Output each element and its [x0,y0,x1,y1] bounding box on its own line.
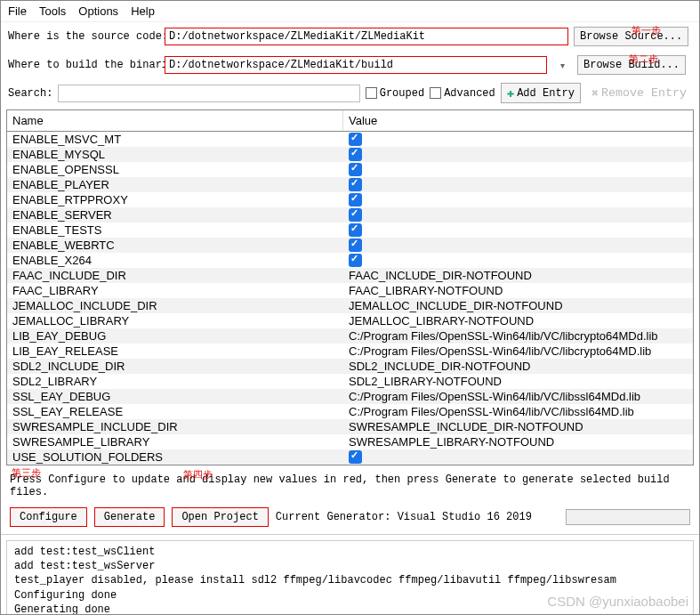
cell-name: ENABLE_PLAYER [7,177,343,192]
grouped-checkbox[interactable]: Grouped [366,87,424,100]
cell-value[interactable]: JEMALLOC_INCLUDE_DIR-NOTFOUND [343,298,693,313]
cell-value[interactable]: C:/Program Files/OpenSSL-Win64/lib/VC/li… [343,404,693,419]
cell-name: LIB_EAY_RELEASE [7,344,343,359]
grid-header: Name Value [7,110,693,132]
source-input[interactable] [165,28,568,45]
check-icon[interactable] [349,163,362,176]
chevron-down-icon[interactable]: ▾ [552,61,572,70]
table-row[interactable]: ENABLE_SERVER [7,207,693,223]
check-icon[interactable] [349,208,362,222]
source-row: Where is the source code: 第一步 Browse Sou… [1,22,699,51]
search-label: Search: [8,87,52,100]
configure-button[interactable]: Configure [10,507,87,527]
search-input[interactable] [58,85,359,102]
cell-value[interactable]: JEMALLOC_LIBRARY-NOTFOUND [343,313,693,328]
cell-value[interactable] [343,162,693,177]
cell-name: ENABLE_SERVER [7,207,343,223]
log-output[interactable]: add test:test_wsClient add test:test_wsS… [6,540,694,615]
cell-name: FAAC_LIBRARY [7,283,343,298]
table-row[interactable]: ENABLE_TESTS [7,223,693,238]
cell-name: JEMALLOC_INCLUDE_DIR [7,298,343,313]
table-row[interactable]: ENABLE_RTPPROXY [7,192,693,207]
check-icon[interactable] [349,178,362,191]
generate-button[interactable]: Generate [94,507,165,527]
check-icon[interactable] [349,450,362,464]
build-input[interactable] [165,56,547,74]
check-icon[interactable] [349,193,362,206]
table-row[interactable]: SSL_EAY_DEBUGC:/Program Files/OpenSSL-Wi… [7,389,693,404]
build-label: Where to build the binaries: [8,59,159,71]
cell-value[interactable]: C:/Program Files/OpenSSL-Win64/lib/VC/li… [343,328,693,344]
column-name[interactable]: Name [7,110,343,131]
table-row[interactable]: JEMALLOC_LIBRARYJEMALLOC_LIBRARY-NOTFOUN… [7,313,693,328]
table-row[interactable]: JEMALLOC_INCLUDE_DIRJEMALLOC_INCLUDE_DIR… [7,298,693,313]
cell-name: ENABLE_WEBRTC [7,238,343,253]
cell-value[interactable]: SWRESAMPLE_INCLUDE_DIR-NOTFOUND [343,419,693,434]
table-row[interactable]: SSL_EAY_RELEASEC:/Program Files/OpenSSL-… [7,404,693,419]
cell-value[interactable]: C:/Program Files/OpenSSL-Win64/lib/VC/li… [343,389,693,404]
cell-name: ENABLE_MSVC_MT [7,132,343,147]
cell-value[interactable] [343,177,693,192]
cell-value[interactable]: FAAC_INCLUDE_DIR-NOTFOUND [343,268,693,283]
grid-body: ENABLE_MSVC_MTENABLE_MYSQLENABLE_OPENSSL… [7,132,693,465]
cell-name: FAAC_INCLUDE_DIR [7,268,343,283]
cell-value[interactable] [343,449,693,465]
cell-name: SDL2_LIBRARY [7,374,343,389]
cell-value[interactable] [343,132,693,147]
menu-help[interactable]: Help [131,4,155,18]
cell-name: ENABLE_MYSQL [7,147,343,162]
cell-value[interactable] [343,147,693,162]
check-icon[interactable] [349,239,362,252]
cell-value[interactable] [343,238,693,253]
cell-name: LIB_EAY_DEBUG [7,328,343,344]
table-row[interactable]: ENABLE_MSVC_MT [7,132,693,147]
browse-build-button[interactable]: 第二步 Browse Build... [577,55,686,75]
check-icon[interactable] [349,223,362,237]
annotation-step3: 第三步 [12,466,41,480]
table-row[interactable]: ENABLE_OPENSSL [7,162,693,177]
cell-value[interactable] [343,223,693,238]
cell-value[interactable]: SDL2_INCLUDE_DIR-NOTFOUND [343,359,693,374]
check-icon[interactable] [349,148,362,161]
table-row[interactable]: LIB_EAY_RELEASEC:/Program Files/OpenSSL-… [7,344,693,359]
advanced-checkbox[interactable]: Advanced [430,87,495,100]
check-icon[interactable] [349,133,362,146]
table-row[interactable]: SDL2_LIBRARYSDL2_LIBRARY-NOTFOUND [7,374,693,389]
cell-name: JEMALLOC_LIBRARY [7,313,343,328]
cell-value[interactable] [343,253,693,268]
table-row[interactable]: SWRESAMPLE_LIBRARYSWRESAMPLE_LIBRARY-NOT… [7,434,693,449]
check-icon[interactable] [349,254,362,267]
table-row[interactable]: ENABLE_WEBRTC [7,238,693,253]
cell-value[interactable]: SDL2_LIBRARY-NOTFOUND [343,374,693,389]
table-row[interactable]: USE_SOLUTION_FOLDERS [7,449,693,465]
table-row[interactable]: ENABLE_MYSQL [7,147,693,162]
source-label: Where is the source code: [8,30,159,43]
table-row[interactable]: SDL2_INCLUDE_DIRSDL2_INCLUDE_DIR-NOTFOUN… [7,359,693,374]
menu-file[interactable]: File [8,4,27,18]
table-row[interactable]: ENABLE_PLAYER [7,177,693,192]
cell-value[interactable]: C:/Program Files/OpenSSL-Win64/lib/VC/li… [343,344,693,359]
table-row[interactable]: ENABLE_X264 [7,253,693,268]
cell-name: SWRESAMPLE_LIBRARY [7,434,343,449]
cell-name: SDL2_INCLUDE_DIR [7,359,343,374]
browse-source-button[interactable]: 第一步 Browse Source... [574,27,688,46]
column-value[interactable]: Value [343,110,693,131]
remove-entry-button: ✖Remove Entry [586,85,692,102]
cell-value[interactable] [343,192,693,207]
cell-name: SWRESAMPLE_INCLUDE_DIR [7,419,343,434]
add-entry-button[interactable]: ✚Add Entry [501,83,581,103]
open-project-button[interactable]: Open Project [172,507,268,527]
cell-value[interactable]: FAAC_LIBRARY-NOTFOUND [343,283,693,298]
table-row[interactable]: SWRESAMPLE_INCLUDE_DIRSWRESAMPLE_INCLUDE… [7,419,693,434]
cell-name: ENABLE_X264 [7,253,343,268]
table-row[interactable]: FAAC_INCLUDE_DIRFAAC_INCLUDE_DIR-NOTFOUN… [7,268,693,283]
cell-name: USE_SOLUTION_FOLDERS [7,449,343,465]
hint-text: 第三步 第四步 Press Configure to update and di… [1,468,699,504]
menu-tools[interactable]: Tools [39,4,66,18]
table-row[interactable]: FAAC_LIBRARYFAAC_LIBRARY-NOTFOUND [7,283,693,298]
table-row[interactable]: LIB_EAY_DEBUGC:/Program Files/OpenSSL-Wi… [7,328,693,344]
cell-value[interactable]: SWRESAMPLE_LIBRARY-NOTFOUND [343,434,693,449]
menu-options[interactable]: Options [78,4,118,18]
action-row: Configure Generate Open Project Current … [1,504,699,535]
cell-value[interactable] [343,207,693,223]
